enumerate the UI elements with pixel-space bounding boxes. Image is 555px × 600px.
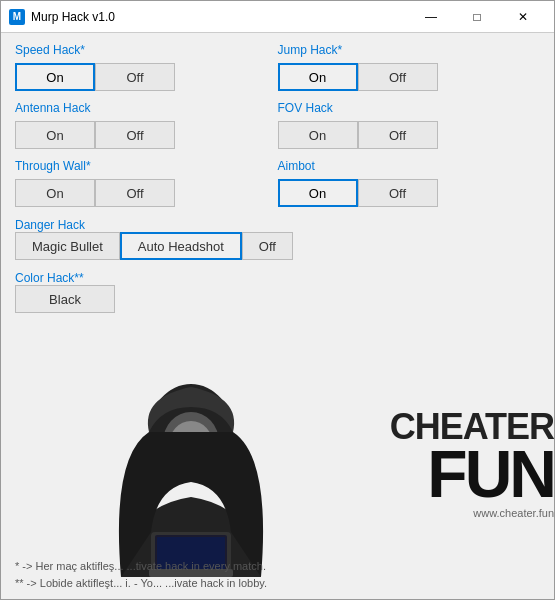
danger-hack-label: Danger Hack — [15, 218, 85, 232]
fov-hack-off-button[interactable]: Off — [358, 121, 438, 149]
app-window: M Murp Hack v1.0 — □ ✕ Speed Hack* On Of… — [0, 0, 555, 600]
danger-hack-buttons: Magic Bullet Auto Headshot Off — [15, 232, 540, 260]
antenna-hack-on-button[interactable]: On — [15, 121, 95, 149]
fov-hack-buttons: On Off — [278, 121, 541, 149]
danger-off-button[interactable]: Off — [242, 232, 293, 260]
speed-hack-on-button[interactable]: On — [15, 63, 95, 91]
aimbot-label: Aimbot — [278, 159, 541, 173]
jump-hack-group: Jump Hack* On Off — [278, 43, 541, 91]
antenna-hack-off-button[interactable]: Off — [95, 121, 175, 149]
maximize-button[interactable]: □ — [454, 1, 500, 33]
auto-headshot-button[interactable]: Auto Headshot — [120, 232, 242, 260]
speed-hack-group: Speed Hack* On Off — [15, 43, 278, 91]
aimbot-off-button[interactable]: Off — [358, 179, 438, 207]
danger-hack-section: Danger Hack Magic Bullet Auto Headshot O… — [15, 217, 540, 260]
title-bar: M Murp Hack v1.0 — □ ✕ — [1, 1, 554, 33]
magic-bullet-button[interactable]: Magic Bullet — [15, 232, 120, 260]
through-wall-label: Through Wall* — [15, 159, 278, 173]
antenna-hack-label: Antenna Hack — [15, 101, 278, 115]
note-1: * -> Her maç aktifleş... ...tivate hack … — [15, 558, 540, 575]
through-wall-on-button[interactable]: On — [15, 179, 95, 207]
url-text: www.cheater.fun — [390, 508, 554, 519]
speed-hack-off-button[interactable]: Off — [95, 63, 175, 91]
speed-hack-buttons: On Off — [15, 63, 278, 91]
fov-hack-label: FOV Hack — [278, 101, 541, 115]
jump-hack-buttons: On Off — [278, 63, 541, 91]
through-wall-off-button[interactable]: Off — [95, 179, 175, 207]
jump-hack-label: Jump Hack* — [278, 43, 541, 57]
cheater-text: CHEATER — [390, 409, 554, 445]
row-3: Through Wall* On Off Aimbot On Off — [15, 159, 540, 207]
fov-hack-group: FOV Hack On Off — [278, 101, 541, 149]
antenna-hack-buttons: On Off — [15, 121, 278, 149]
row-1: Speed Hack* On Off Jump Hack* On Off — [15, 43, 540, 91]
aimbot-group: Aimbot On Off — [278, 159, 541, 207]
window-controls: — □ ✕ — [408, 1, 546, 33]
close-button[interactable]: ✕ — [500, 1, 546, 33]
through-wall-buttons: On Off — [15, 179, 278, 207]
window-title: Murp Hack v1.0 — [31, 10, 408, 24]
main-content: Speed Hack* On Off Jump Hack* On Off Ant… — [1, 33, 554, 599]
fun-text: FUN — [390, 445, 554, 504]
aimbot-buttons: On Off — [278, 179, 541, 207]
footer-notes: * -> Her maç aktifleş... ...tivate hack … — [15, 558, 540, 591]
app-icon: M — [9, 9, 25, 25]
through-wall-group: Through Wall* On Off — [15, 159, 278, 207]
color-hack-label: Color Hack** — [15, 271, 84, 285]
row-2: Antenna Hack On Off FOV Hack On Off — [15, 101, 540, 149]
color-hack-section: Color Hack** Black — [15, 270, 540, 313]
color-hack-buttons: Black — [15, 285, 540, 313]
antenna-hack-group: Antenna Hack On Off — [15, 101, 278, 149]
hacker-image — [101, 377, 281, 567]
minimize-button[interactable]: — — [408, 1, 454, 33]
speed-hack-label: Speed Hack* — [15, 43, 278, 57]
aimbot-on-button[interactable]: On — [278, 179, 358, 207]
note-2: ** -> Lobide aktifleşt... i. - Yo... ...… — [15, 575, 540, 592]
branding-area: CHEATER FUN www.cheater.fun — [314, 349, 554, 549]
jump-hack-off-button[interactable]: Off — [358, 63, 438, 91]
color-black-button[interactable]: Black — [15, 285, 115, 313]
fov-hack-on-button[interactable]: On — [278, 121, 358, 149]
jump-hack-on-button[interactable]: On — [278, 63, 358, 91]
